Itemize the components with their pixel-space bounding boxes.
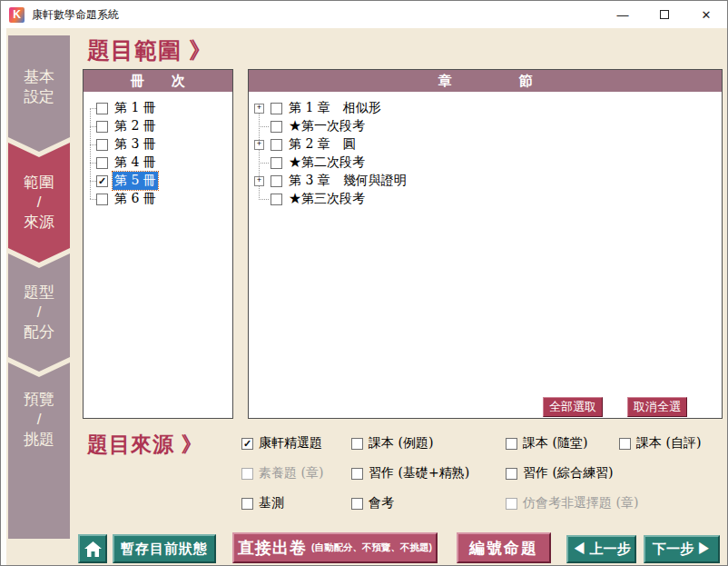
volumes-header-label: 冊	[131, 73, 144, 90]
checkbox[interactable]: ✓	[506, 468, 517, 480]
tab-label-line: 基本	[24, 67, 54, 87]
source-option-label: 康軒精選題	[259, 435, 322, 452]
checkbox[interactable]: ✓	[241, 498, 253, 510]
numbered-question-button[interactable]: 編號命題	[457, 532, 551, 563]
scope-heading: 題目範圍 》	[87, 35, 212, 65]
tree-item-exam-1[interactable]: ✓ ★第一次段考	[249, 117, 722, 135]
checkbox[interactable]: ✓	[351, 468, 363, 480]
sidebar-tab-preview-pick[interactable]: 預覽 / 挑題	[8, 362, 70, 539]
expand-icon[interactable]: +	[254, 104, 264, 114]
tree-item-volume-6[interactable]: ✓ 第 6 冊	[84, 190, 232, 208]
checkbox[interactable]: ✓	[271, 139, 282, 151]
tab-label-line: 預覽	[24, 390, 54, 410]
checkbox[interactable]: ✓	[96, 121, 108, 133]
source-option-basictest[interactable]: ✓ 基測	[241, 494, 284, 512]
chapters-tree: + ✓ 第 1 章 相似形 ✓ ★第一次段考 + ✓ 第 2 章 圓 ✓ ★第二…	[249, 92, 722, 418]
sidebar-tab-basic-settings[interactable]: 基本 設定	[8, 35, 70, 152]
source-option-label: 會考	[369, 495, 394, 511]
checkbox[interactable]: ✓	[96, 175, 108, 187]
checkbox[interactable]: ✓	[241, 438, 253, 450]
select-all-button[interactable]: 全部選取	[543, 397, 603, 417]
tree-item-chapter-1[interactable]: + ✓ 第 1 章 相似形	[249, 99, 722, 117]
checkbox[interactable]: ✓	[619, 438, 631, 450]
tree-item-volume-1[interactable]: ✓ 第 1 冊	[84, 99, 232, 117]
checkbox[interactable]: ✓	[271, 194, 282, 205]
close-button[interactable]: ✕	[685, 1, 727, 28]
app-window: K 康軒數學命題系統 — ✕ 基本 設定 範圍 / 來源 題型 / 配分 預覽 …	[0, 0, 728, 566]
source-option-capexam[interactable]: ✓ 會考	[351, 494, 394, 512]
source-option-mock-nonchoice: ✓ 仿會考非選擇題 (章)	[506, 494, 638, 512]
volumes-tree: ✓ 第 1 冊 ✓ 第 2 冊 ✓ 第 3 冊 ✓ 第 4 冊 ✓ 第	[84, 92, 232, 418]
checkbox[interactable]: ✓	[506, 438, 517, 450]
sidebar-tab-types-points[interactable]: 題型 / 配分	[8, 253, 70, 372]
checkbox[interactable]: ✓	[271, 157, 282, 169]
source-option-workbook-basic[interactable]: ✓ 習作 (基礎+精熟)	[351, 464, 469, 482]
chapters-panel: 章 節 + ✓ 第 1 章 相似形 ✓ ★第一次段考 + ✓ 第 2 章 圓	[248, 69, 723, 419]
tab-label-line: /	[37, 303, 42, 323]
save-state-button[interactable]: 暫存目前狀態	[113, 534, 216, 563]
source-option-label: 仿會考非選擇題 (章)	[523, 495, 638, 511]
tree-item-label: 第 6 冊	[113, 190, 158, 208]
direct-generate-button[interactable]: 直接出卷 (自動配分、不預覽、不挑題)	[232, 532, 438, 563]
tree-item-exam-3[interactable]: ✓ ★第三次段考	[249, 190, 722, 208]
checkbox[interactable]: ✓	[96, 157, 108, 169]
checkbox[interactable]: ✓	[96, 194, 108, 205]
tree-item-exam-2[interactable]: ✓ ★第二次段考	[249, 154, 722, 172]
tree-item-volume-3[interactable]: ✓ 第 3 冊	[84, 135, 232, 154]
tree-item-label: ★第二次段考	[287, 154, 367, 172]
chapters-header: 章 節	[249, 70, 722, 92]
checkbox[interactable]: ✓	[271, 175, 282, 187]
tree-item-volume-4[interactable]: ✓ 第 4 冊	[84, 154, 232, 172]
volumes-header-label: 次	[172, 73, 185, 90]
maximize-button[interactable]	[644, 1, 685, 28]
source-option-label: 習作 (基礎+精熟)	[369, 465, 469, 482]
source-option-kangxuan-selected[interactable]: ✓ 康軒精選題	[241, 434, 322, 452]
tree-item-chapter-3[interactable]: + ✓ 第 3 章 幾何與證明	[249, 172, 722, 190]
source-option-textbook-example[interactable]: ✓ 課本 (例題)	[351, 434, 433, 452]
chapters-header-label: 節	[519, 73, 533, 90]
volumes-panel: 冊 次 ✓ 第 1 冊 ✓ 第 2 冊 ✓ 第 3 冊 ✓	[83, 69, 233, 419]
window-title: 康軒數學命題系統	[32, 7, 119, 23]
checkbox[interactable]: ✓	[271, 121, 282, 133]
direct-generate-label: 直接出卷	[238, 537, 307, 559]
source-heading: 題目來源 》	[87, 431, 202, 459]
checkbox: ✓	[241, 468, 253, 480]
source-option-textbook-selfeval[interactable]: ✓ 課本 (自評)	[619, 434, 701, 452]
checkbox[interactable]: ✓	[96, 103, 108, 114]
source-option-label: 課本 (隨堂)	[523, 435, 587, 452]
minimize-button[interactable]: —	[602, 1, 644, 28]
checkbox[interactable]: ✓	[351, 438, 363, 450]
expand-icon[interactable]: +	[254, 140, 264, 150]
tree-item-label: 第 3 章 幾何與證明	[287, 172, 408, 190]
volumes-header: 冊 次	[84, 70, 232, 92]
tab-label-line: 挑題	[24, 430, 54, 450]
tab-label-line: /	[37, 410, 42, 430]
home-icon	[84, 541, 102, 557]
tree-item-volume-2[interactable]: ✓ 第 2 冊	[84, 117, 232, 135]
direct-generate-sublabel: (自動配分、不預覽、不挑題)	[311, 541, 432, 554]
tree-item-label: 第 4 冊	[113, 154, 158, 172]
checkbox[interactable]: ✓	[351, 498, 363, 510]
sidebar-tab-scope-source[interactable]: 範圍 / 來源	[8, 143, 70, 263]
checkbox[interactable]: ✓	[271, 103, 282, 114]
expand-icon[interactable]: +	[254, 176, 264, 186]
window-left-strip	[1, 28, 6, 566]
tree-item-label-selected: 第 5 冊	[113, 172, 158, 190]
deselect-all-button[interactable]: 取消全選	[627, 397, 687, 417]
tree-item-label: 第 2 冊	[113, 117, 158, 135]
next-step-button[interactable]: 下一步 ▶	[644, 535, 720, 563]
tree-item-label: 第 1 冊	[113, 99, 158, 117]
tab-label-line: 來源	[24, 213, 54, 233]
prev-step-button[interactable]: ◀ 上一步	[566, 535, 636, 563]
checkbox[interactable]: ✓	[96, 139, 108, 151]
source-option-workbook-comprehensive[interactable]: ✓ 習作 (綜合練習)	[506, 464, 613, 482]
source-option-label: 課本 (例題)	[369, 435, 433, 452]
tab-label-line: 配分	[24, 323, 54, 343]
tree-item-chapter-2[interactable]: + ✓ 第 2 章 圓	[249, 135, 722, 154]
tree-item-volume-5[interactable]: ✓ 第 5 冊	[84, 172, 232, 190]
source-option-label: 基測	[259, 495, 284, 511]
checkbox: ✓	[506, 498, 517, 510]
home-button[interactable]	[78, 534, 107, 563]
chapters-header-label: 章	[438, 73, 452, 90]
source-option-textbook-inclass[interactable]: ✓ 課本 (隨堂)	[506, 434, 587, 452]
